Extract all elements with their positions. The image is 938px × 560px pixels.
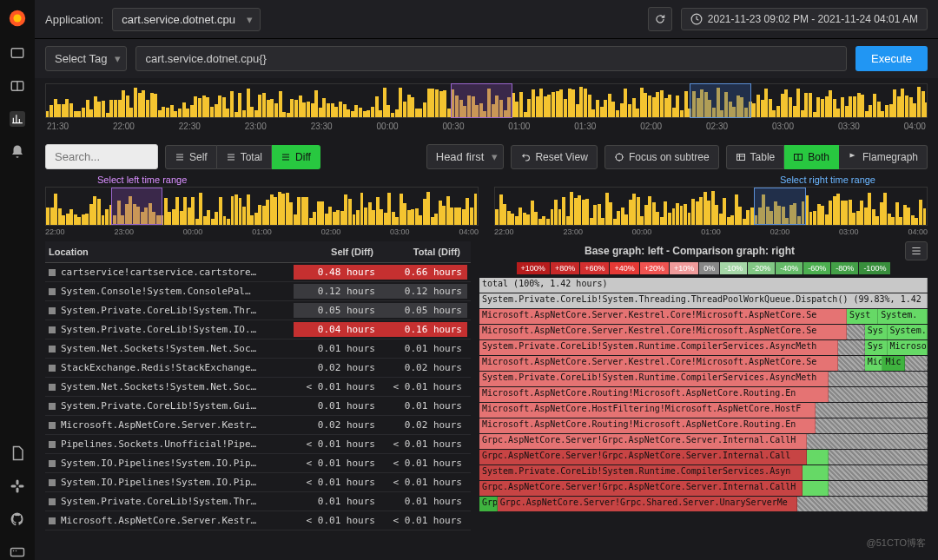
table-row[interactable]: System.IO.Pipelines!System.IO.Pip…< 0.01… — [45, 454, 471, 473]
svg-rect-6 — [17, 488, 19, 493]
flame-frame[interactable]: System.Private.CoreLib!System.Runtime.Co… — [479, 372, 829, 386]
bell-icon[interactable] — [10, 144, 25, 160]
table-row[interactable]: System.Net.Sockets!System.Net.Soc…0.01 h… — [45, 339, 471, 359]
flame-frame[interactable]: Grpc.AspNetCore.Server!Grpc.AspNetCore.S… — [479, 481, 803, 496]
flame-frame[interactable] — [905, 356, 928, 371]
focus-subtree-button[interactable]: Focus on subtree — [604, 145, 719, 169]
flame-frame[interactable]: System.Private.CoreLib!System.Threading.… — [479, 293, 928, 308]
table-row[interactable]: System.Private.CoreLib!System.IO.…0.04 h… — [45, 320, 471, 339]
github-icon[interactable] — [10, 511, 25, 527]
flame-frame[interactable] — [829, 372, 928, 386]
flame-frame[interactable] — [838, 340, 865, 355]
flame-frame[interactable] — [803, 465, 829, 480]
flame-frame[interactable]: Microsoft.AspNetCore.Server.Kestrel.Core… — [479, 309, 847, 324]
table-button[interactable]: Table — [726, 145, 785, 169]
diff-button[interactable]: Diff — [272, 145, 320, 169]
flame-frame[interactable] — [807, 434, 928, 449]
table-icon — [736, 152, 746, 162]
reset-view-button[interactable]: Reset View — [511, 145, 597, 169]
file-icon[interactable] — [10, 445, 25, 461]
both-button[interactable]: Both — [784, 145, 839, 169]
main-timeline[interactable]: 21:3022:0022:3023:0023:3000:0000:3001:00… — [45, 83, 928, 135]
flame-frame[interactable]: Syst — [847, 309, 878, 324]
flame-frame[interactable]: Grp — [479, 497, 498, 511]
flame-frame[interactable] — [803, 481, 829, 496]
table-row[interactable]: System.Net.Sockets!System.Net.Soc…< 0.01… — [45, 378, 471, 397]
self-button[interactable]: Self — [165, 145, 217, 169]
table-row[interactable]: System.Private.CoreLib!System.Gui…0.01 h… — [45, 397, 471, 416]
flame-frame[interactable]: Grpc.AspNetCore.Server!Grpc.AspNetCore.S… — [479, 450, 807, 464]
total-button[interactable]: Total — [217, 145, 272, 169]
right-mini-timeline[interactable] — [494, 187, 928, 226]
flame-frame[interactable]: System. — [878, 309, 928, 324]
panel-icon[interactable] — [10, 45, 25, 61]
keyboard-icon[interactable] — [10, 544, 25, 560]
both-icon — [793, 152, 803, 162]
head-first-select[interactable]: Head first — [426, 144, 505, 169]
flame-menu-button[interactable] — [905, 241, 928, 260]
tag-selector[interactable]: Select Tag — [45, 46, 127, 71]
flame-frame[interactable] — [829, 481, 928, 496]
table-row[interactable]: System.Private.CoreLib!System.Thr…0.01 h… — [45, 492, 471, 511]
flame-frame[interactable]: Sys — [865, 325, 888, 339]
time-range-picker[interactable]: 2021-11-23 09:02 PM - 2021-11-24 04:01 A… — [681, 8, 928, 30]
flame-frame[interactable]: Microsoft.AspNetCore.Routing!Microsoft.A… — [479, 387, 829, 402]
columns-icon[interactable] — [10, 78, 25, 94]
slack-icon[interactable] — [10, 478, 25, 494]
flame-frame[interactable]: Mic — [882, 356, 905, 371]
flame-frame[interactable]: Grpc.AspNetCore.Server!Grpc.Shared.Serve… — [498, 497, 798, 511]
table-row[interactable]: System.Private.CoreLib!System.Thr…0.05 h… — [45, 301, 471, 320]
col-total[interactable]: Total (Diff) — [380, 247, 467, 257]
flame-frame[interactable] — [816, 403, 928, 418]
table-row[interactable]: Pipelines.Sockets.Unofficial!Pipe…< 0.01… — [45, 435, 471, 454]
flame-frame[interactable]: Microsoft.AspNetCore.HostFiltering!Micro… — [479, 403, 816, 418]
table-row[interactable]: StackExchange.Redis!StackExchange…0.02 h… — [45, 359, 471, 378]
diff-table: Location Self (Diff) Total (Diff) cartse… — [45, 241, 471, 553]
flame-frame[interactable]: System.Private.CoreLib!System.Runtime.Co… — [479, 465, 803, 480]
flame-frame[interactable]: Microsoft.AspNetCore.Routing!Microsoft.A… — [479, 418, 816, 433]
flame-frame[interactable]: Microso — [888, 340, 928, 355]
table-row[interactable]: cartservice!cartservice.cartstore…0.48 h… — [45, 263, 471, 282]
flame-frame[interactable] — [847, 325, 865, 339]
flame-frame[interactable] — [807, 450, 829, 464]
flame-frame[interactable] — [829, 450, 928, 464]
svg-rect-2 — [11, 49, 23, 58]
flame-frame[interactable]: total (100%, 1.42 hours) — [479, 278, 928, 293]
flame-frame[interactable]: System.Private.CoreLib!System.Runtime.Co… — [479, 340, 838, 355]
flame-frame[interactable]: Mic — [865, 356, 883, 371]
left-mini-timeline[interactable] — [45, 187, 479, 226]
flame-frame[interactable]: System. — [888, 325, 928, 339]
flame-frame[interactable]: Sys — [865, 340, 888, 355]
col-self[interactable]: Self (Diff) — [294, 247, 380, 257]
refresh-button[interactable] — [648, 7, 672, 31]
execute-button[interactable]: Execute — [855, 46, 928, 71]
flame-frame[interactable] — [797, 497, 928, 511]
table-row[interactable]: System.Console!System.ConsolePal…0.12 ho… — [45, 282, 471, 301]
svg-point-1 — [13, 14, 21, 22]
list-icon — [175, 152, 185, 162]
list-icon — [226, 152, 236, 162]
table-row[interactable]: Microsoft.AspNetCore.Server.Kestr…0.02 h… — [45, 416, 471, 435]
svg-rect-7 — [11, 485, 17, 488]
flamegraph-button[interactable]: Flamegraph — [839, 145, 928, 169]
flame-frame[interactable]: Grpc.AspNetCore.Server!Grpc.AspNetCore.S… — [479, 434, 807, 449]
flame-frame[interactable]: Microsoft.AspNetCore.Server.Kestrel.Core… — [479, 325, 847, 339]
flame-frame[interactable] — [829, 387, 928, 402]
app-label: Application: — [45, 13, 103, 26]
svg-rect-8 — [19, 485, 24, 488]
flame-frame[interactable]: Microsoft.AspNetCore.Server.Kestrel.Core… — [479, 356, 838, 371]
table-row[interactable]: System.IO.Pipelines!System.IO.Pip…< 0.01… — [45, 473, 471, 492]
svg-rect-5 — [17, 480, 19, 485]
flame-frame[interactable] — [838, 356, 865, 371]
flame-frame[interactable] — [829, 465, 928, 480]
list-icon — [281, 152, 291, 162]
flame-frame[interactable] — [816, 418, 928, 433]
search-input[interactable] — [45, 144, 158, 169]
flag-icon — [848, 152, 858, 162]
table-row[interactable]: Microsoft.AspNetCore.Server.Kestr…< 0.01… — [45, 511, 471, 530]
chart-icon[interactable] — [10, 111, 25, 127]
col-location[interactable]: Location — [49, 247, 294, 257]
flamegraph-canvas[interactable]: total (100%, 1.42 hours)System.Private.C… — [479, 278, 928, 553]
app-selector[interactable]: cart.service.dotnet.cpu — [112, 8, 261, 31]
query-input[interactable] — [135, 46, 847, 71]
